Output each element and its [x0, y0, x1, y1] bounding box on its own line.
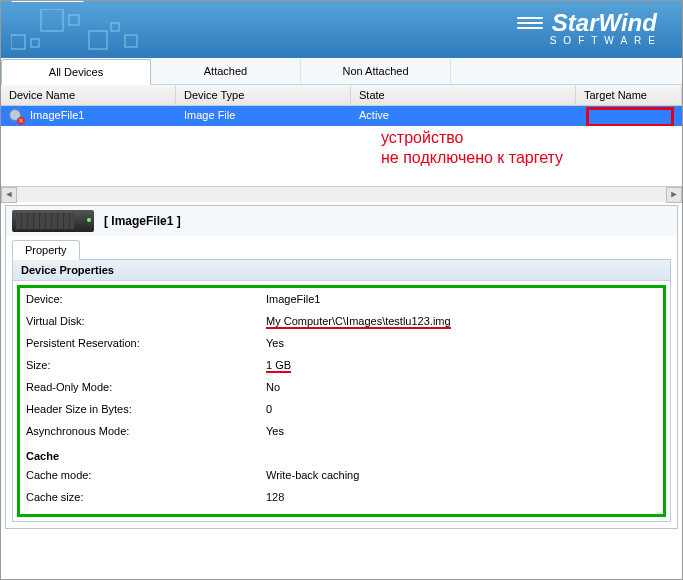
cell-device-type: Image File [176, 106, 351, 126]
cell-state: Active [351, 106, 576, 126]
prop-device-label: Device: [26, 293, 266, 305]
prop-cachemode-value: Write-back caching [266, 469, 657, 481]
svg-rect-2 [11, 35, 25, 49]
svg-rect-4 [89, 31, 107, 49]
device-grid-header: Device Name Device Type State Target Nam… [1, 85, 682, 106]
tab-devices[interactable]: Devices [11, 0, 84, 2]
brand-logo: StarWind SOFTWARE [512, 9, 662, 46]
prop-device-value: ImageFile1 [266, 293, 657, 305]
subtab-attached[interactable]: Attached [151, 59, 301, 84]
prop-size-value: 1 GB [266, 359, 291, 373]
app-header: StarWind SOFTWARE Devices [1, 1, 682, 59]
brand-name: StarWind [552, 9, 657, 37]
svg-rect-6 [125, 35, 137, 47]
annotation-target-highlight [586, 107, 674, 127]
detail-header: [ ImageFile1 ] [6, 206, 677, 236]
prop-vdisk-label: Virtual Disk: [26, 315, 266, 327]
svg-rect-3 [31, 39, 39, 47]
annotation-text: устройство не подключено к таргету [381, 128, 563, 168]
device-filter-tabs: All Devices Attached Non Attached [1, 59, 682, 85]
prop-readonly-value: No [266, 381, 657, 393]
prop-async-label: Asynchronous Mode: [26, 425, 266, 437]
device-row[interactable]: × ImageFile1 Image File Active [1, 106, 682, 126]
prop-header-label: Header Size in Bytes: [26, 403, 266, 415]
device-grid-body: устройство не подключено к таргету [1, 126, 682, 186]
subtab-all-devices[interactable]: All Devices [1, 59, 151, 85]
prop-async-value: Yes [266, 425, 657, 437]
prop-cachemode-label: Cache mode: [26, 469, 266, 481]
prop-cachesize-label: Cache size: [26, 491, 266, 503]
brand-sub: SOFTWARE [550, 35, 662, 46]
prop-readonly-label: Read-Only Mode: [26, 381, 266, 393]
col-target-name[interactable]: Target Name [576, 85, 682, 105]
section-cache: Cache [26, 442, 657, 464]
cell-device-name: ImageFile1 [30, 109, 84, 121]
prop-persist-value: Yes [266, 337, 657, 349]
grid-scrollbar[interactable]: ◄ ► [1, 186, 682, 202]
prop-persist-label: Persistent Reservation: [26, 337, 266, 349]
server-icon [12, 210, 94, 232]
subtab-non-attached[interactable]: Non Attached [301, 59, 451, 84]
col-device-name[interactable]: Device Name [1, 85, 176, 105]
device-detail-panel: [ ImageFile1 ] Property Device Propertie… [5, 205, 678, 529]
prop-vdisk-value: My Computer\C\Images\testlu123.img [266, 315, 451, 329]
scroll-right-icon[interactable]: ► [666, 187, 682, 203]
prop-header-value: 0 [266, 403, 657, 415]
scroll-left-icon[interactable]: ◄ [1, 187, 17, 203]
detail-device-name: [ ImageFile1 ] [104, 214, 181, 228]
svg-rect-5 [111, 23, 119, 31]
col-state[interactable]: State [351, 85, 576, 105]
device-error-icon: × [9, 109, 23, 123]
annotation-properties-highlight: Device:ImageFile1 Virtual Disk:My Comput… [17, 285, 666, 517]
svg-rect-1 [69, 15, 79, 25]
header-decor [11, 9, 161, 55]
svg-rect-0 [41, 9, 63, 31]
tab-property[interactable]: Property [12, 240, 80, 260]
prop-cachesize-value: 128 [266, 491, 657, 503]
section-device-properties: Device Properties [13, 260, 670, 281]
prop-size-label: Size: [26, 359, 266, 371]
col-device-type[interactable]: Device Type [176, 85, 351, 105]
